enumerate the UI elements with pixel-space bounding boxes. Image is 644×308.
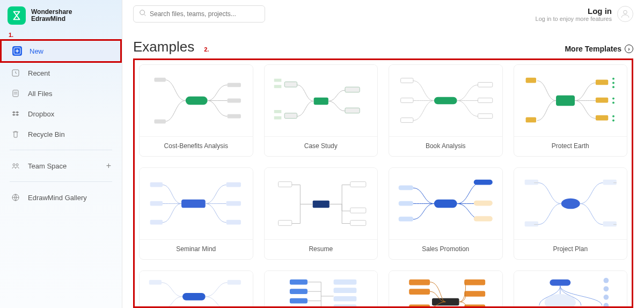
team-icon	[11, 161, 20, 171]
svg-point-92	[603, 295, 609, 300]
template-card[interactable]	[514, 270, 628, 308]
svg-rect-16	[284, 113, 297, 119]
svg-rect-65	[524, 222, 538, 227]
sidebar-item-recycle-bin[interactable]: Recycle Bin	[0, 124, 122, 144]
template-thumbnail	[389, 65, 502, 136]
template-card[interactable]	[264, 270, 378, 308]
template-thumbnail	[265, 271, 378, 308]
sidebar-item-team-space[interactable]: Team Space +	[0, 156, 122, 176]
sidebar-item-all-files[interactable]: All Files	[0, 83, 122, 104]
svg-rect-60	[474, 180, 493, 185]
login-block[interactable]: Log in Log in to enjoy more features	[536, 6, 633, 22]
svg-rect-51	[278, 182, 291, 187]
svg-rect-29	[478, 114, 493, 119]
svg-point-3	[13, 164, 15, 166]
template-label: Cost-Benefits Analysis	[140, 136, 253, 156]
login-subtitle: Log in to enjoy more features	[536, 16, 612, 22]
page-title: Examples	[133, 39, 194, 55]
svg-point-39	[612, 98, 614, 100]
template-card[interactable]: Cost-Benefits Analysis	[139, 64, 253, 157]
svg-point-42	[612, 120, 614, 122]
sidebar-item-label: EdrawMind Gallery	[28, 194, 87, 202]
template-thumbnail	[140, 168, 253, 239]
sidebar-item-recent[interactable]: Recent	[0, 63, 122, 83]
globe-icon	[11, 193, 20, 202]
svg-rect-34	[595, 98, 608, 103]
svg-rect-18	[345, 108, 359, 113]
svg-rect-48	[226, 201, 241, 206]
svg-rect-87	[464, 304, 485, 308]
avatar-icon[interactable]	[617, 6, 633, 22]
template-card[interactable]: Resume	[264, 167, 378, 260]
svg-rect-80	[333, 304, 356, 308]
svg-rect-44	[150, 182, 163, 187]
templates-highlight-box: Cost-Benefits Analysis Case Study Book A…	[133, 58, 633, 308]
svg-rect-67	[603, 222, 616, 227]
svg-rect-13	[228, 114, 241, 119]
template-label: Sales Promotion	[389, 239, 502, 259]
svg-point-38	[612, 86, 614, 88]
svg-rect-64	[524, 180, 538, 185]
divider	[10, 181, 112, 182]
svg-point-90	[603, 278, 609, 283]
svg-rect-86	[464, 291, 485, 297]
more-templates-link[interactable]: More Templates ›	[565, 45, 633, 53]
svg-rect-84	[409, 304, 430, 308]
svg-point-37	[612, 82, 614, 84]
svg-rect-61	[474, 201, 493, 206]
template-card[interactable]: Case Study	[264, 64, 378, 157]
svg-rect-2	[13, 90, 18, 97]
template-thumbnail	[265, 168, 378, 239]
template-thumbnail	[514, 168, 627, 239]
svg-rect-28	[478, 98, 493, 103]
svg-rect-79	[333, 296, 356, 302]
template-card[interactable]: Seminar Mind	[139, 167, 253, 260]
template-card[interactable]	[139, 270, 253, 308]
svg-rect-58	[399, 201, 413, 206]
svg-rect-71	[228, 280, 241, 285]
search-box[interactable]	[133, 5, 265, 23]
add-team-button[interactable]: +	[106, 161, 111, 171]
template-label: Case Study	[265, 136, 378, 156]
svg-rect-78	[333, 288, 356, 293]
trash-icon	[11, 129, 20, 139]
files-icon	[11, 89, 20, 98]
svg-rect-27	[478, 82, 493, 87]
topbar: Log in Log in to enjoy more features	[133, 5, 633, 23]
template-card[interactable]	[389, 270, 503, 308]
template-card[interactable]: Sales Promotion	[389, 167, 503, 260]
template-card[interactable]: Protect Earth	[514, 64, 628, 157]
templates-grid: Cost-Benefits Analysis Case Study Book A…	[139, 64, 627, 308]
sidebar-item-dropbox[interactable]: Dropbox	[0, 104, 122, 124]
template-label: Seminar Mind	[140, 239, 253, 259]
annotation-step-1: 1.	[0, 30, 122, 39]
svg-rect-15	[284, 82, 297, 87]
svg-rect-22	[274, 116, 281, 120]
more-templates-label: More Templates	[565, 45, 621, 53]
template-thumbnail	[140, 271, 253, 308]
svg-rect-83	[409, 289, 430, 295]
divider	[10, 150, 112, 150]
svg-point-91	[603, 286, 609, 291]
svg-rect-12	[228, 99, 241, 103]
template-label: Protect Earth	[514, 136, 627, 156]
svg-rect-33	[595, 80, 608, 85]
svg-point-7	[624, 10, 627, 14]
svg-rect-57	[399, 185, 413, 190]
svg-rect-59	[399, 217, 413, 222]
template-label: Project Plan	[514, 239, 627, 259]
svg-rect-52	[278, 221, 291, 226]
template-card[interactable]: Project Plan	[514, 167, 628, 260]
svg-rect-54	[350, 208, 365, 213]
sidebar-item-gallery[interactable]: EdrawMind Gallery	[0, 187, 122, 208]
search-input[interactable]	[150, 10, 259, 18]
svg-point-41	[612, 115, 614, 118]
sidebar-item-new[interactable]: New	[0, 39, 122, 63]
template-thumbnail	[389, 168, 502, 239]
svg-rect-25	[401, 98, 413, 103]
brand: Wondershare EdrawMind	[0, 0, 122, 30]
template-card[interactable]: Book Analysis	[389, 64, 503, 157]
template-label: Resume	[265, 239, 378, 259]
svg-rect-23	[434, 97, 457, 105]
brand-logo-icon	[8, 6, 26, 25]
